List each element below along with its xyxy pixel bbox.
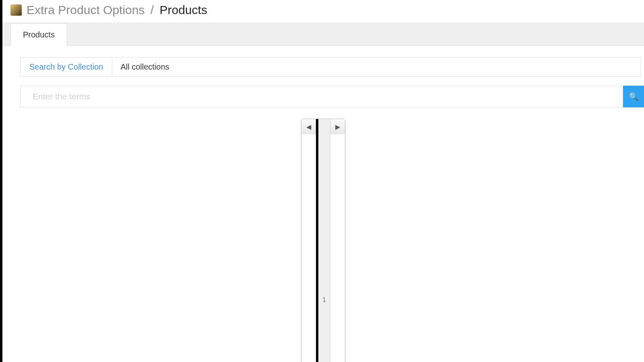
- collection-select[interactable]: All collections: [112, 58, 640, 76]
- search-input[interactable]: [20, 86, 623, 107]
- collection-filter: Search by Collection All collections: [20, 57, 641, 77]
- pager-prev-button[interactable]: ◀: [301, 119, 316, 134]
- pager-next-button[interactable]: ▶: [330, 119, 345, 134]
- pager-page-number[interactable]: 1: [316, 119, 330, 362]
- tab-products[interactable]: Products: [10, 23, 67, 46]
- search-row: 🔍: [20, 86, 644, 107]
- search-button[interactable]: 🔍: [623, 86, 644, 107]
- search-by-collection-button[interactable]: Search by Collection: [21, 58, 112, 76]
- main-tabs: Products: [2, 23, 644, 46]
- breadcrumb: Extra Product Options / Products: [27, 3, 207, 17]
- header-bar: Extra Product Options / Products: [2, 0, 644, 23]
- breadcrumb-root[interactable]: Extra Product Options: [27, 3, 144, 16]
- app-icon: [10, 4, 22, 16]
- breadcrumb-current: Products: [160, 3, 207, 16]
- search-icon: 🔍: [629, 92, 639, 101]
- pager: ◀ 1 ▶: [2, 119, 644, 362]
- breadcrumb-separator: /: [151, 3, 154, 16]
